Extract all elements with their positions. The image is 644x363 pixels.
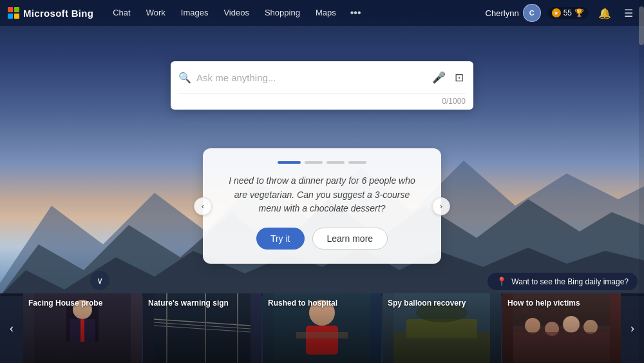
news-item-title-3: Rushed to hospital [268,299,376,309]
news-item-title-4: Spy balloon recovery [388,299,496,309]
nav-work[interactable]: Work [140,5,172,21]
user-avatar: C [523,4,541,22]
nav-videos[interactable]: Videos [217,5,256,21]
news-strip: ‹ Facing House probe [0,293,644,363]
carousel-prev-arrow[interactable]: ‹ [194,197,212,215]
navbar: Microsoft Bing Chat Work Images Videos S… [0,0,644,26]
dot-2[interactable] [305,161,323,164]
user-name: Cherlynn [486,8,519,18]
char-count: 0/1000 [171,94,473,110]
news-item-3[interactable]: Rushed to hospital [263,293,381,363]
news-item-4[interactable]: Spy balloon recovery [383,293,501,363]
nav-chat[interactable]: Chat [106,5,137,21]
reward-icon: 🏆 [574,8,584,17]
microsoft-logo [8,7,19,19]
bing-image-banner[interactable]: 📍 Want to see the Bing daily image? [488,273,638,290]
search-icon: 🔍 [178,72,191,84]
news-item-title-2: Nature's warning sign [148,299,256,309]
news-item-5[interactable]: How to help victims [502,293,621,363]
carousel-text: I need to throw a dinner party for 6 peo… [222,174,422,216]
carousel-next-arrow[interactable]: › [432,197,450,215]
mic-icon[interactable]: 🎤 [430,69,448,86]
news-items: Facing House probe Nature's warning sign [23,293,621,363]
dot-1[interactable] [278,161,301,164]
menu-icon[interactable]: ☰ [621,6,636,21]
search-box: 🔍 🎤 ⊡ 0/1000 [171,61,473,110]
nav-right: Cherlynn C ★ 55 🏆 🔔 ☰ [486,4,636,22]
user-area[interactable]: Cherlynn C [486,4,541,22]
dot-4[interactable] [348,161,366,164]
carousel-buttons: Try it Learn more [222,228,422,250]
nav-shopping[interactable]: Shopping [258,5,307,21]
nav-links: Chat Work Images Videos Shopping Maps ••… [106,5,485,21]
bing-banner-text: Want to see the Bing daily image? [511,277,629,286]
nav-maps[interactable]: Maps [309,5,343,21]
try-it-button[interactable]: Try it [256,228,305,250]
learn-more-button[interactable]: Learn more [312,228,388,250]
chevron-down-icon: ∨ [97,275,103,286]
camera-icon[interactable]: ⊡ [453,69,466,86]
points-badge[interactable]: ★ 55 🏆 [547,7,589,19]
search-input-row: 🔍 🎤 ⊡ [171,61,473,93]
search-input[interactable] [196,72,425,83]
news-item-title-5: How to help victims [507,299,616,309]
carousel-dots [222,161,422,164]
search-container: 🔍 🎤 ⊡ 0/1000 [171,61,473,110]
location-icon: 📍 [497,277,507,286]
dot-3[interactable] [327,161,345,164]
nav-more-dots[interactable]: ••• [345,5,366,21]
scrollbar-thumb[interactable] [639,6,644,45]
news-prev-arrow[interactable]: ‹ [0,293,23,363]
bell-icon[interactable]: 🔔 [595,6,614,21]
carousel-card: I need to throw a dinner party for 6 peo… [203,148,441,264]
nav-images[interactable]: Images [175,5,215,21]
news-item-2[interactable]: Nature's warning sign [143,293,261,363]
points-value: 55 [564,8,572,17]
points-icon: ★ [552,8,561,17]
news-item-1[interactable]: Facing House probe [23,293,142,363]
logo-area[interactable]: Microsoft Bing [8,7,93,19]
scroll-down-button[interactable]: ∨ [90,271,109,290]
brand-name: Microsoft Bing [23,8,93,19]
news-item-title-1: Facing House probe [28,299,137,309]
scrollbar[interactable] [639,0,644,363]
